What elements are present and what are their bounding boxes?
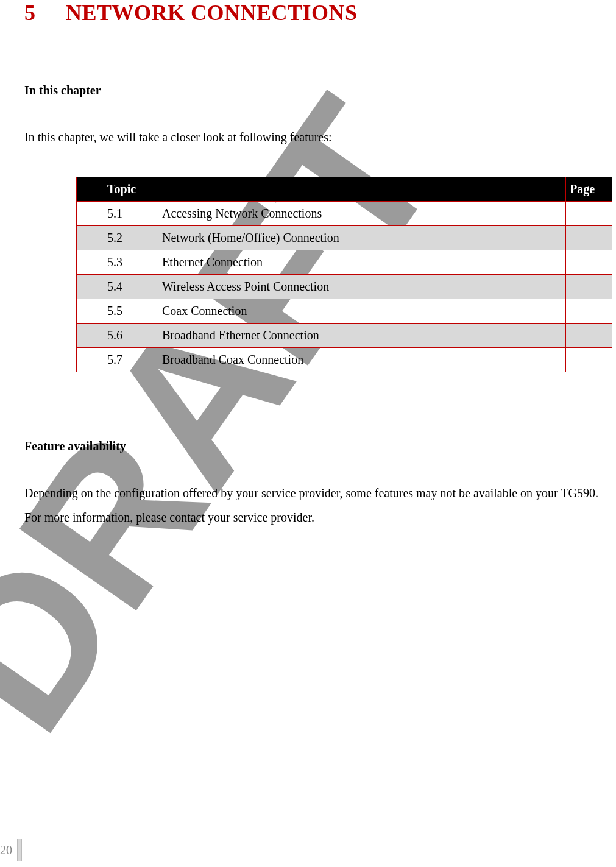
toc-topic: Broadband Coax Connection [156, 348, 566, 372]
toc-row: 5.6 Broadband Ethernet Connection [77, 324, 612, 348]
toc-header-topic: Topic [77, 177, 566, 202]
toc-row: 5.7 Broadband Coax Connection [77, 348, 612, 372]
page-footer: 20 [0, 839, 22, 861]
section-body-intro: In this chapter, we will take a closer l… [24, 125, 616, 149]
toc-header-page: Page [566, 177, 612, 202]
toc-topic: Ethernet Connection [156, 250, 566, 275]
toc-topic: Wireless Access Point Connection [156, 275, 566, 299]
toc-page [566, 348, 612, 372]
svg-text:DRAFT: DRAFT [0, 62, 481, 770]
section-body-feature-availability: Depending on the configuration offered b… [24, 481, 616, 529]
toc-row: 5.1 Accessing Network Connections [77, 202, 612, 226]
section-heading-in-this-chapter: In this chapter [24, 83, 616, 97]
toc-num: 5.7 [77, 348, 157, 372]
toc-topic: Network (Home/Office) Connection [156, 226, 566, 250]
toc-topic: Accessing Network Connections [156, 202, 566, 226]
toc-num: 5.1 [77, 202, 157, 226]
toc-num: 5.4 [77, 275, 157, 299]
document-page: DRAFT 5 NETWORK CONNECTIONS In this chap… [0, 0, 616, 867]
toc-row: 5.2 Network (Home/Office) Connection [77, 226, 612, 250]
toc-page [566, 226, 612, 250]
toc-page [566, 275, 612, 299]
toc-page [566, 324, 612, 348]
chapter-heading: 5 NETWORK CONNECTIONS [24, 0, 616, 26]
footer-divider [17, 839, 22, 861]
toc-row: 5.5 Coax Connection [77, 299, 612, 324]
toc-num: 5.2 [77, 226, 157, 250]
toc-num: 5.3 [77, 250, 157, 275]
toc-num: 5.5 [77, 299, 157, 324]
toc-header-row: Topic Page [77, 177, 612, 202]
toc-row: 5.4 Wireless Access Point Connection [77, 275, 612, 299]
toc-num: 5.6 [77, 324, 157, 348]
toc-topic: Broadband Ethernet Connection [156, 324, 566, 348]
toc-page [566, 299, 612, 324]
toc-topic: Coax Connection [156, 299, 566, 324]
chapter-number: 5 [24, 0, 35, 26]
section-heading-feature-availability: Feature availability [24, 439, 616, 453]
page-number: 20 [0, 843, 17, 857]
toc-table: Topic Page 5.1 Accessing Network Connect… [76, 177, 612, 372]
toc-page [566, 202, 612, 226]
toc-page [566, 250, 612, 275]
chapter-title: NETWORK CONNECTIONS [66, 0, 358, 26]
toc-row: 5.3 Ethernet Connection [77, 250, 612, 275]
